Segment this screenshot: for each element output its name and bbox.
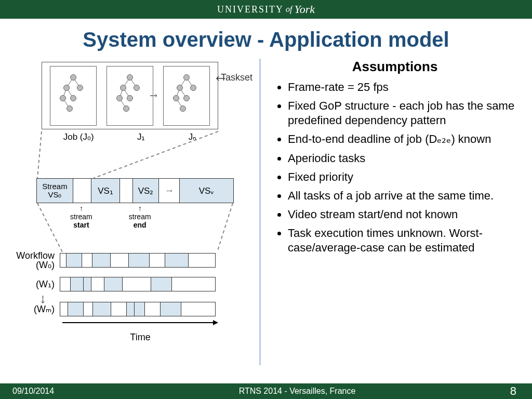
workflow-area: Workflow (W₀) (W₁) ⤍ (Wₘ) (10, 251, 249, 324)
list-item: Aperiodic tasks (288, 151, 516, 166)
taskset-arrow-icon (216, 75, 226, 82)
stream-annotations: streamstart streamend (70, 204, 151, 229)
of-text: of (286, 5, 292, 14)
vertical-divider (260, 59, 260, 365)
time-axis: Time (62, 318, 218, 343)
taskset-container (42, 62, 218, 129)
slide-content: ⤍ Taskset Job (J₀) J₁ Jₙ Stream VS₀ VS₁ … (0, 59, 532, 391)
footer-date: 09/10/2014 (0, 387, 104, 396)
list-item: All tasks of a job arrive at the same ti… (288, 189, 516, 203)
stream-row: Stream VS₀ VS₁ VS₂ ⤍ VSᵥ (36, 178, 234, 203)
job-box (107, 66, 153, 126)
workflow-label: Workflow (W₀) (10, 251, 60, 270)
svg-line-0 (37, 131, 42, 178)
svg-line-3 (217, 203, 233, 252)
list-item: Frame-rate = 25 fps (288, 80, 516, 95)
workflow-ellipsis-icon: ⤍ (37, 295, 49, 303)
footer-page: 8 (490, 384, 532, 398)
diagram-panel: ⤍ Taskset Job (J₀) J₁ Jₙ Stream VS₀ VS₁ … (10, 59, 255, 391)
job-ellipsis-arrow: ⤍ (150, 90, 156, 101)
workflow-label: (W₁) (10, 278, 60, 290)
stream-cell: VSᵥ (180, 179, 233, 203)
job-box (50, 66, 97, 126)
svg-line-2 (37, 203, 62, 252)
stream-cell: VS₁ (91, 179, 120, 203)
footer-bar: 09/10/2014 RTNS 2014 - Versailles, Franc… (0, 383, 532, 399)
list-item: Fixed GoP structure - each job has the s… (288, 99, 516, 128)
list-item: End-to-end deadline of job (Dₑ₂ₑ) known (288, 132, 516, 147)
workflow-bar (60, 277, 216, 291)
workflow-bar (60, 302, 216, 316)
slide-title: System overview - Application model (0, 28, 532, 51)
stream-cell: VS₂ (133, 179, 159, 203)
job-label: Job (J₀) (63, 131, 94, 142)
university-text: UNIVERSITY (217, 4, 284, 15)
job-label: Jₙ (189, 131, 197, 142)
job-labels: Job (J₀) J₁ Jₙ (42, 131, 218, 142)
list-item: Fixed priority (288, 170, 516, 184)
time-label: Time (62, 332, 218, 343)
assumptions-heading: Assumptions (273, 59, 516, 75)
workflow-label: (Wₘ) (10, 303, 60, 315)
stream-cell: Stream VS₀ (37, 179, 73, 203)
list-item: Task execution times unknown. Worst-case… (288, 226, 516, 255)
assumptions-list: Frame-rate = 25 fps Fixed GoP structure … (273, 80, 516, 256)
york-text: York (294, 3, 315, 16)
svg-marker-21 (213, 320, 218, 325)
list-item: Video stream start/end not known (288, 207, 516, 222)
header-bar: UNIVERSITY of York (0, 0, 532, 19)
assumptions-panel: Assumptions Frame-rate = 25 fps Fixed Go… (265, 59, 516, 391)
job-label: J₁ (137, 131, 145, 142)
footer-venue: RTNS 2014 - Versailles, France (104, 387, 490, 396)
workflow-bar (60, 253, 216, 268)
job-box (163, 66, 210, 126)
